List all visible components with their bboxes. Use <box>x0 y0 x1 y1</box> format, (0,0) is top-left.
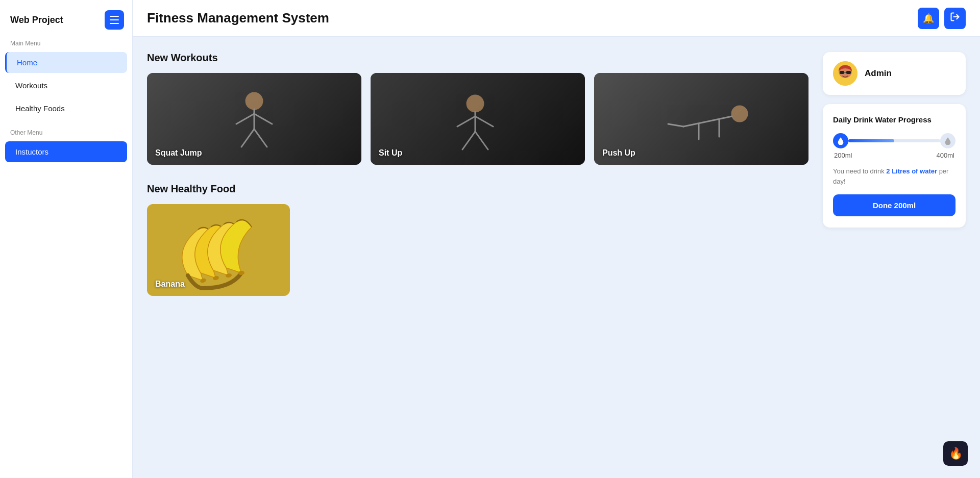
water-thumb-left[interactable] <box>833 133 848 148</box>
svg-rect-25 <box>840 71 844 74</box>
svg-line-12 <box>475 132 488 149</box>
workout-card-squat-jump-label: Squat Jump <box>155 148 202 158</box>
hamburger-line <box>110 23 119 24</box>
food-card-banana[interactable]: Banana <box>147 204 290 296</box>
user-name: Admin <box>865 68 892 79</box>
workout-card-sit-up-label: Sit Up <box>379 148 402 158</box>
notification-button[interactable]: 🔔 <box>918 8 939 29</box>
avatar <box>833 61 857 86</box>
sidebar-item-workouts[interactable]: Workouts <box>5 75 127 96</box>
center-panel: New Workouts <box>147 52 808 463</box>
svg-line-6 <box>254 129 267 147</box>
fire-button[interactable]: 🔥 <box>943 441 968 466</box>
svg-point-13 <box>732 106 747 121</box>
water-label-current: 200ml <box>834 152 852 159</box>
svg-line-4 <box>254 114 272 124</box>
main-area: Fitness Management System 🔔 New Workouts <box>133 0 980 478</box>
logout-button[interactable] <box>944 8 966 29</box>
svg-point-1 <box>246 93 262 109</box>
water-note-text: You need to drink <box>833 167 886 175</box>
svg-line-11 <box>462 132 475 149</box>
user-card: Admin <box>823 52 966 95</box>
svg-rect-26 <box>846 71 851 74</box>
svg-line-5 <box>241 129 254 147</box>
page-title: Fitness Management System <box>147 10 329 26</box>
svg-line-3 <box>236 114 254 124</box>
svg-point-7 <box>467 95 483 112</box>
sidebar-item-workouts-label: Workouts <box>15 81 47 90</box>
sidebar: Web Project Main Menu Home Workouts Heal… <box>0 0 133 478</box>
content-area: New Workouts <box>133 37 980 478</box>
water-slider-row <box>833 133 955 148</box>
sidebar-item-instructors-label: Instuctors <box>15 147 48 156</box>
svg-line-10 <box>475 116 493 127</box>
sidebar-item-home-label: Home <box>17 58 37 67</box>
water-highlight: 2 Litres of water <box>886 167 937 175</box>
sidebar-item-healthy-foods-label: Healthy Foods <box>15 104 65 113</box>
other-menu-label: Other Menu <box>0 120 132 140</box>
sidebar-item-home[interactable]: Home <box>5 52 127 73</box>
water-note: You need to drink 2 Litres of water per … <box>833 166 955 186</box>
water-fill <box>848 139 894 142</box>
sidebar-item-healthy-foods[interactable]: Healthy Foods <box>5 98 127 119</box>
water-label-max: 400ml <box>937 152 954 159</box>
workout-card-push-up-label: Push Up <box>602 148 635 158</box>
main-menu-label: Main Menu <box>0 40 132 51</box>
workouts-section-title: New Workouts <box>147 52 808 64</box>
svg-line-14 <box>683 116 732 127</box>
fire-icon: 🔥 <box>949 447 963 460</box>
topbar-actions: 🔔 <box>918 8 966 29</box>
food-card-banana-label: Banana <box>155 280 185 289</box>
sidebar-item-instructors[interactable]: Instuctors <box>5 141 127 162</box>
project-name: Web Project <box>10 15 63 26</box>
workout-card-push-up[interactable]: Push Up <box>594 73 808 165</box>
svg-line-17 <box>668 124 683 127</box>
food-section-title: New Healthy Food <box>147 183 808 195</box>
workout-card-squat-jump[interactable]: Squat Jump <box>147 73 361 165</box>
water-widget-title: Daily Drink Water Progress <box>833 115 955 124</box>
topbar: Fitness Management System 🔔 <box>133 0 980 37</box>
svg-line-9 <box>457 116 475 127</box>
water-thumb-right[interactable] <box>940 133 955 148</box>
water-widget: Daily Drink Water Progress 200ml 400ml <box>823 104 966 228</box>
sidebar-header: Web Project <box>0 10 132 40</box>
logout-icon <box>950 12 960 24</box>
food-grid: Banana <box>147 204 808 296</box>
done-button[interactable]: Done 200ml <box>833 194 955 216</box>
right-panel: Admin Daily Drink Water Progress <box>823 52 966 463</box>
workout-card-situp-bg <box>371 73 585 165</box>
workout-grid: Squat Jump <box>147 73 808 165</box>
hamburger-line <box>110 16 119 17</box>
workout-card-sit-up[interactable]: Sit Up <box>371 73 585 165</box>
bell-icon: 🔔 <box>923 13 934 24</box>
hamburger-button[interactable] <box>105 10 124 30</box>
water-track[interactable] <box>848 139 940 142</box>
hamburger-line <box>110 19 119 20</box>
water-labels: 200ml 400ml <box>833 152 955 159</box>
